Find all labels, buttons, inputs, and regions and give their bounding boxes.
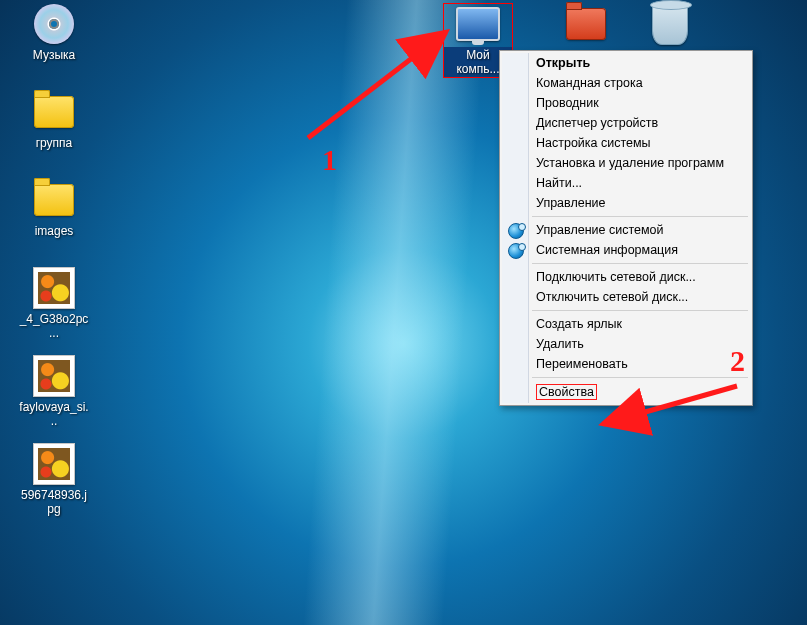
menu-item-rename[interactable]: Переименовать bbox=[502, 354, 750, 374]
menu-item-create-shortcut[interactable]: Создать ярлык bbox=[502, 314, 750, 334]
icon-label: группа bbox=[16, 135, 92, 151]
icon-label: faylovaya_si... bbox=[16, 399, 92, 429]
menu-item-find[interactable]: Найти... bbox=[502, 173, 750, 193]
svg-line-0 bbox=[308, 32, 446, 138]
context-menu: Открыть Командная строка Проводник Диспе… bbox=[499, 50, 753, 406]
icon-label: images bbox=[16, 223, 92, 239]
menu-item-system-management[interactable]: Управление системой bbox=[502, 220, 750, 240]
menu-separator bbox=[532, 310, 748, 311]
menu-item-unmap-drive[interactable]: Отключить сетевой диск... bbox=[502, 287, 750, 307]
menu-item-delete[interactable]: Удалить bbox=[502, 334, 750, 354]
globe-icon bbox=[508, 223, 524, 239]
icon-label bbox=[632, 47, 708, 49]
icon-label: _4_G38o2pc... bbox=[16, 311, 92, 341]
annotation-number-1: 1 bbox=[322, 143, 337, 177]
annotation-number-2: 2 bbox=[730, 344, 745, 378]
desktop-icon-file-2[interactable]: faylovaya_si... bbox=[16, 356, 92, 429]
folder-icon bbox=[562, 4, 610, 44]
annotation-arrow-1 bbox=[298, 18, 468, 148]
desktop-icon-file-3[interactable]: 596748936.jpg bbox=[16, 444, 92, 517]
desktop-icon-images[interactable]: images bbox=[16, 180, 92, 239]
folder-icon bbox=[30, 180, 78, 220]
wallpaper-light-beam bbox=[303, 0, 487, 625]
monitor-icon bbox=[454, 4, 502, 44]
desktop[interactable]: Музыка группа images _4_G38o2pc... faylo… bbox=[0, 0, 807, 625]
desktop-icon-file-1[interactable]: _4_G38o2pc... bbox=[16, 268, 92, 341]
menu-item-system-config[interactable]: Настройка системы bbox=[502, 133, 750, 153]
menu-item-properties[interactable]: Свойства bbox=[502, 381, 750, 403]
menu-separator bbox=[532, 216, 748, 217]
desktop-icon-music[interactable]: Музыка bbox=[16, 4, 92, 63]
image-thumbnail-icon bbox=[30, 444, 78, 484]
desktop-icon-red-folder[interactable] bbox=[548, 4, 624, 49]
menu-item-open[interactable]: Открыть bbox=[502, 53, 750, 73]
cd-icon bbox=[30, 4, 78, 44]
menu-item-device-manager[interactable]: Диспетчер устройств bbox=[502, 113, 750, 133]
menu-item-system-information[interactable]: Системная информация bbox=[502, 240, 750, 260]
menu-separator bbox=[532, 263, 748, 264]
menu-separator bbox=[532, 377, 748, 378]
globe-icon bbox=[508, 243, 524, 259]
desktop-icon-group[interactable]: группа bbox=[16, 92, 92, 151]
folder-icon bbox=[30, 92, 78, 132]
menu-item-add-remove-programs[interactable]: Установка и удаление программ bbox=[502, 153, 750, 173]
image-thumbnail-icon bbox=[30, 268, 78, 308]
menu-item-manage[interactable]: Управление bbox=[502, 193, 750, 213]
icon-label: 596748936.jpg bbox=[16, 487, 92, 517]
recycle-bin-icon bbox=[646, 4, 694, 44]
menu-item-map-drive[interactable]: Подключить сетевой диск... bbox=[502, 267, 750, 287]
menu-item-explorer[interactable]: Проводник bbox=[502, 93, 750, 113]
menu-item-cmd[interactable]: Командная строка bbox=[502, 73, 750, 93]
desktop-icon-recycle-bin[interactable] bbox=[632, 4, 708, 49]
annotation-highlight-properties: Свойства bbox=[536, 384, 597, 400]
image-thumbnail-icon bbox=[30, 356, 78, 396]
icon-label: Музыка bbox=[16, 47, 92, 63]
icon-label bbox=[548, 47, 624, 49]
